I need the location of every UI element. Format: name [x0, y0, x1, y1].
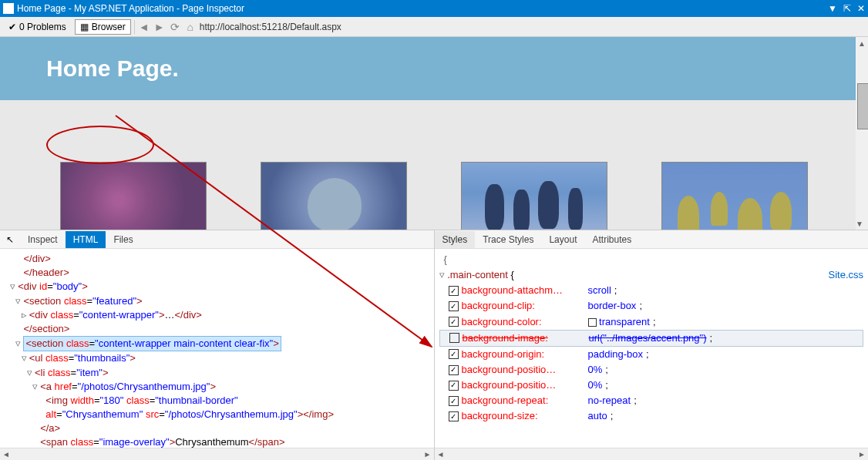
css-property-row[interactable]: background-color: transparent;: [439, 314, 864, 330]
code-line[interactable]: ▿<li class="item">: [5, 366, 429, 380]
css-property-row[interactable]: background-attachm…scroll;: [439, 283, 864, 298]
property-checkbox[interactable]: [449, 286, 459, 296]
thumbnail-penguins[interactable]: [461, 162, 607, 230]
property-checkbox[interactable]: [449, 365, 459, 375]
code-line[interactable]: alt="Chrysanthemum" src="/photos/Chrysan…: [5, 408, 429, 421]
property-checkbox[interactable]: [449, 317, 459, 327]
refresh-icon[interactable]: ⟳: [169, 21, 181, 33]
thumbnail-koala[interactable]: [261, 162, 407, 230]
scroll-right-icon[interactable]: ►: [422, 448, 434, 460]
css-property-value[interactable]: 0%: [588, 362, 603, 378]
tab-html[interactable]: HTML: [66, 231, 106, 248]
scrollbar-thumb[interactable]: [857, 83, 868, 129]
home-icon[interactable]: ⌂: [184, 21, 197, 33]
tab-layout[interactable]: Layout: [541, 231, 584, 248]
code-line[interactable]: </section>: [5, 322, 429, 336]
css-property-row[interactable]: background-positio…0%;: [439, 362, 864, 378]
browser-tab[interactable]: ▦ Browser: [75, 19, 131, 35]
scroll-left-icon[interactable]: ◄: [0, 448, 12, 460]
css-property-row[interactable]: background-positio…0%;: [439, 378, 864, 393]
property-checkbox[interactable]: [449, 411, 459, 421]
css-property-value[interactable]: 0%: [588, 378, 603, 393]
css-property-name: background-origin:: [462, 347, 585, 362]
css-property-name: background-repeat:: [462, 393, 585, 408]
css-property-name: background-image:: [463, 331, 586, 346]
vertical-scrollbar[interactable]: ▲ ▼: [856, 37, 868, 230]
scroll-right-icon[interactable]: ►: [856, 448, 868, 460]
css-rules[interactable]: { ▿ .main-content { Site.css background-…: [435, 249, 869, 448]
left-tabbar: ↖ Inspect HTML Files: [0, 230, 434, 249]
tab-trace-styles[interactable]: Trace Styles: [475, 231, 541, 248]
css-property-row[interactable]: background-image:url("../Images/accent.p…: [439, 330, 864, 347]
code-line[interactable]: ▿<section class="content-wrapper main-co…: [5, 336, 429, 351]
thumbnail-gallery: [0, 162, 868, 230]
brace-icon: {: [439, 254, 452, 265]
problems-label: 0 Problems: [19, 22, 66, 32]
css-property-row[interactable]: background-repeat:no-repeat;: [439, 393, 864, 408]
window-title: Home Page - My ASP.NET Application - Pag…: [17, 3, 244, 14]
css-property-value[interactable]: padding-box: [588, 347, 644, 362]
tab-attributes[interactable]: Attributes: [584, 231, 639, 248]
property-checkbox[interactable]: [449, 333, 459, 343]
code-line[interactable]: </div>: [5, 252, 429, 266]
inspect-label[interactable]: Inspect: [20, 231, 66, 248]
property-checkbox[interactable]: [449, 381, 459, 391]
code-line[interactable]: <img width="180" class="thumbnail-border…: [5, 394, 429, 408]
html-tree[interactable]: </div> </header> ▿<div id="body"> ▿<sect…: [0, 249, 434, 448]
code-line[interactable]: ▿<section class="featured">: [5, 294, 429, 308]
dropdown-icon[interactable]: ▼: [828, 3, 837, 14]
scroll-up-icon[interactable]: ▲: [856, 37, 868, 49]
property-checkbox[interactable]: [449, 349, 459, 359]
inspector-pane: ↖ Inspect HTML Files </div> </header> ▿<…: [0, 230, 868, 460]
property-checkbox[interactable]: [449, 301, 459, 311]
tab-files[interactable]: Files: [106, 231, 140, 248]
scroll-down-icon[interactable]: ▼: [856, 217, 863, 230]
left-hscroll[interactable]: ◄ ►: [0, 448, 434, 460]
code-line[interactable]: ▿<div id="body">: [5, 280, 429, 294]
code-line[interactable]: </a>: [5, 421, 429, 435]
css-property-name: background-positio…: [462, 378, 585, 393]
right-hscroll[interactable]: ◄ ►: [435, 448, 869, 460]
css-property-value[interactable]: transparent: [588, 314, 650, 330]
thumbnail-tulips[interactable]: [661, 162, 808, 230]
code-line[interactable]: ▿<a href="/photos/Chrysanthemum.jpg">: [5, 380, 429, 394]
code-line[interactable]: </header>: [5, 266, 429, 280]
css-file-link[interactable]: Site.css: [828, 267, 863, 283]
thumbnail-chrysanthemum[interactable]: [60, 162, 207, 230]
css-property-name: background-color:: [462, 314, 585, 330]
css-property-row[interactable]: background-clip:border-box;: [439, 298, 864, 314]
styles-pane: Styles Trace Styles Layout Attributes { …: [435, 230, 869, 460]
document-icon: [3, 3, 14, 14]
hero-banner: Home Page.: [0, 37, 868, 100]
css-property-value[interactable]: border-box: [588, 298, 637, 314]
close-icon[interactable]: ✕: [857, 3, 865, 14]
back-icon[interactable]: ◄: [138, 21, 150, 33]
css-property-row[interactable]: background-origin:padding-box;: [439, 347, 864, 362]
css-property-value[interactable]: scroll: [588, 283, 611, 298]
annotation-ellipse: [46, 126, 154, 164]
titlebar: Home Page - My ASP.NET Application - Pag…: [0, 0, 868, 17]
toolbar: ✔ 0 Problems ▦ Browser ◄ ► ⟳ ⌂ http://lo…: [0, 17, 868, 37]
url-field[interactable]: http://localhost:51218/Default.aspx: [200, 22, 341, 32]
css-property-value[interactable]: auto: [588, 408, 607, 424]
code-line[interactable]: ▹<div class="content-wrapper">…</div>: [5, 308, 429, 322]
css-property-value[interactable]: no-repeat: [588, 393, 631, 408]
css-property-value[interactable]: url("../Images/accent.png"): [589, 331, 707, 346]
check-icon: ✔: [8, 22, 16, 32]
tab-styles[interactable]: Styles: [435, 231, 476, 248]
code-line[interactable]: <span class="image-overlay">Chrysanthemu…: [5, 435, 429, 448]
css-selector[interactable]: .main-content: [447, 269, 508, 280]
forward-icon[interactable]: ►: [153, 21, 166, 33]
scroll-left-icon[interactable]: ◄: [435, 448, 447, 460]
unpin-icon[interactable]: ⇱: [843, 3, 851, 14]
browser-preview: Home Page. ▲ ▼: [0, 37, 868, 230]
property-checkbox[interactable]: [449, 396, 459, 406]
css-property-name: background-size:: [462, 408, 585, 424]
html-pane: ↖ Inspect HTML Files </div> </header> ▿<…: [0, 230, 435, 460]
problems-button[interactable]: ✔ 0 Problems: [3, 19, 72, 35]
browser-label: Browser: [92, 22, 126, 32]
inspect-cursor-icon[interactable]: ↖: [3, 233, 17, 247]
css-property-row[interactable]: background-size:auto;: [439, 408, 864, 424]
right-tabbar: Styles Trace Styles Layout Attributes: [435, 230, 869, 249]
code-line[interactable]: ▿<ul class="thumbnails">: [5, 351, 429, 365]
